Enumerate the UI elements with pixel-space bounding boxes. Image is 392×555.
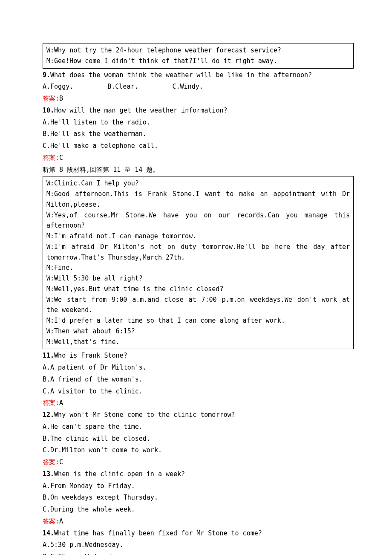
question-13: 13.When is the clinic open in a week?: [43, 469, 354, 480]
line: W:Clinic.Can I help you?: [46, 178, 350, 189]
ans-label: 答案:: [43, 95, 59, 102]
opt-a: A.He can't spare the time.: [43, 422, 354, 432]
ans-val: B: [59, 95, 63, 102]
opt-c: C.He'll make a telephone call.: [43, 141, 354, 151]
question-9: 9.What does the woman think the weather …: [43, 70, 354, 81]
ans-label: 答案:: [43, 399, 59, 407]
line: W:We start from 9:00 a.m.and close at 7:…: [46, 295, 350, 316]
q-text: What does the woman think the weather wi…: [50, 71, 312, 79]
ans-label: 答案:: [43, 458, 59, 466]
q-num: 9.: [43, 71, 50, 79]
answer-13: 答案:A: [43, 516, 354, 527]
q-num: 11.: [43, 352, 54, 359]
question-14: 14.What time has finally been fixed for …: [43, 528, 354, 539]
header-rule: [43, 28, 354, 28]
q-text: Who is Frank Stone?: [54, 352, 127, 359]
opt-b: B.6:15 p.m.Wednesday.: [43, 552, 354, 555]
opt-a: A.He'll listen to the radio.: [43, 117, 354, 128]
answer-12: 答案:C: [43, 457, 354, 468]
opt-c: C.During the whole week.: [43, 504, 354, 515]
opt-c: C.A visitor to the clinic.: [43, 386, 354, 397]
line: M:Well,yes.But what time is the clinic c…: [46, 284, 350, 295]
page: W:Why not try the 24-hour telephone weat…: [0, 0, 392, 555]
transcript-box-1: W:Why not try the 24-hour telephone weat…: [43, 43, 354, 69]
line: W:Yes,of course,Mr Stone.We have you on …: [46, 210, 350, 231]
q-num: 14.: [43, 529, 54, 537]
answer-9: 答案:B: [43, 93, 354, 104]
opt-a: A.5:30 p.m.Wednesday.: [43, 540, 354, 550]
line: W:Will 5:30 be all right?: [46, 273, 350, 284]
line: W:Then what about 6:15?: [46, 326, 350, 337]
opt-c: C.Dr.Milton won't come to work.: [43, 445, 354, 456]
ans-val: C: [59, 154, 63, 162]
answer-11: 答案:A: [43, 398, 354, 408]
section-8-intro: 听第 8 段材料,回答第 11 至 14 题。: [43, 165, 354, 175]
line: W:Why not try the 24-hour telephone weat…: [46, 45, 350, 56]
options-9: A.Foggy.B.Clear.C.Windy.: [43, 81, 354, 92]
question-12: 12.Why won't Mr Stone come to the clinic…: [43, 410, 354, 420]
line: M:I'm afraid not.I can manage tomorrow.: [46, 231, 350, 242]
line: M:Well,that's fine.: [46, 337, 350, 347]
question-11: 11.Who is Frank Stone?: [43, 350, 354, 361]
q-num: 10.: [43, 107, 54, 114]
opt-b: B.The clinic will be closed.: [43, 434, 354, 444]
line: M:Good afternoon.This is Frank Stone.I w…: [46, 189, 350, 210]
q-text: Why won't Mr Stone come to the clinic to…: [54, 411, 235, 419]
line: M:Gee!How come I didn't think of that?I'…: [46, 56, 350, 66]
q-text: What time has finally been fixed for Mr …: [54, 529, 262, 537]
opt-c: C.Windy.: [173, 81, 203, 92]
ans-val: A: [59, 517, 63, 525]
line: M:Fine.: [46, 263, 350, 273]
ans-val: A: [59, 399, 63, 407]
ans-label: 答案:: [43, 517, 59, 525]
answer-10: 答案:C: [43, 153, 354, 163]
question-10: 10.How will the man get the weather info…: [43, 105, 354, 116]
q-text: When is the clinic open in a week?: [54, 470, 185, 478]
q-num: 12.: [43, 411, 54, 419]
opt-b: B.Clear.: [107, 81, 138, 92]
opt-b: B.A friend of the woman's.: [43, 374, 354, 385]
transcript-box-2: W:Clinic.Can I help you? M:Good afternoo…: [43, 176, 354, 349]
opt-a: A.From Monday to Friday.: [43, 481, 354, 491]
ans-val: C: [59, 458, 63, 466]
ans-label: 答案:: [43, 154, 59, 162]
line: M:I'd prefer a later time so that I can …: [46, 315, 350, 326]
opt-b: B.He'll ask the weatherman.: [43, 129, 354, 139]
opt-a: A.Foggy.: [43, 81, 73, 92]
opt-b: B.On weekdays except Thursday.: [43, 492, 354, 503]
opt-a: A.A patient of Dr Milton's.: [43, 362, 354, 373]
q-text: How will the man get the weather informa…: [54, 107, 227, 114]
line: W:I'm afraid Dr Milton's not on duty tom…: [46, 242, 350, 263]
q-num: 13.: [43, 470, 54, 478]
